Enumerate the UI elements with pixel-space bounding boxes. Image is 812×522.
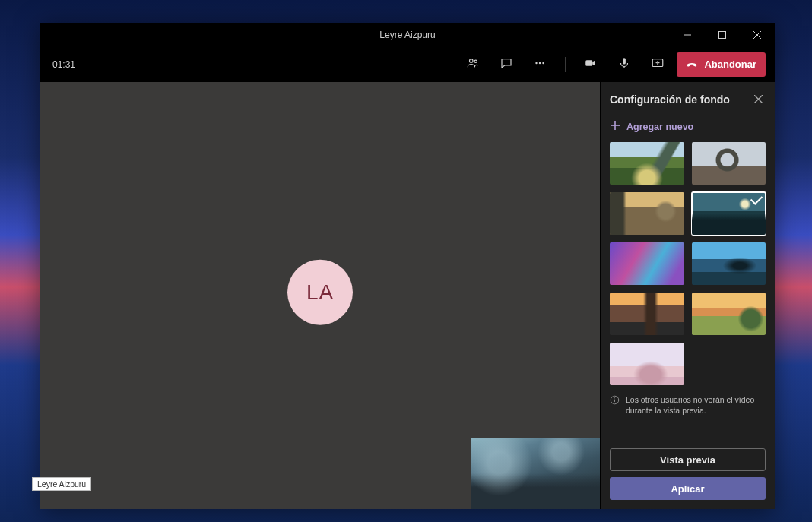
camera-icon xyxy=(584,56,598,73)
background-option[interactable] xyxy=(692,142,766,185)
more-actions-button[interactable] xyxy=(527,52,553,78)
participant-name-tooltip: Leyre Aizpuru xyxy=(32,477,91,491)
people-icon xyxy=(466,56,480,73)
share-screen-button[interactable] xyxy=(645,52,671,78)
window-controls xyxy=(670,23,775,47)
video-stage: LA xyxy=(40,82,600,509)
body-area: LA Configuración de fondo Agregar xyxy=(40,82,775,509)
background-option[interactable] xyxy=(610,192,684,235)
call-duration: 01:31 xyxy=(52,59,75,70)
apply-button[interactable]: Aplicar xyxy=(610,477,766,500)
background-option[interactable] xyxy=(610,142,684,185)
leave-call-button[interactable]: Abandonar xyxy=(677,52,766,77)
minimize-button[interactable] xyxy=(670,23,705,47)
apply-button-label: Aplicar xyxy=(671,483,704,495)
preview-button[interactable]: Vista previa xyxy=(610,448,766,471)
background-option[interactable] xyxy=(692,293,766,335)
close-panel-button[interactable] xyxy=(750,92,766,107)
panel-footer: Vista previa Aplicar xyxy=(601,445,775,509)
add-new-label: Agregar nuevo xyxy=(626,122,693,132)
svg-rect-10 xyxy=(623,58,626,64)
preview-info-text: Los otros usuarios no verán el vídeo dur… xyxy=(626,394,766,416)
titlebar: Leyre Aizpuru xyxy=(40,23,775,47)
plus-icon xyxy=(610,120,620,133)
svg-point-4 xyxy=(470,59,474,62)
add-new-background-button[interactable]: Agregar nuevo xyxy=(610,117,766,142)
tooltip-text: Leyre Aizpuru xyxy=(37,479,86,489)
background-option[interactable] xyxy=(692,242,766,285)
svg-point-5 xyxy=(474,60,477,62)
maximize-button[interactable] xyxy=(705,23,740,47)
mic-icon xyxy=(617,56,631,73)
svg-point-7 xyxy=(539,62,541,63)
toolbar-separator xyxy=(565,57,566,72)
hangup-icon xyxy=(686,57,698,71)
info-icon xyxy=(610,394,620,416)
leave-call-label: Abandonar xyxy=(704,59,756,70)
app-window: Leyre Aizpuru 01:31 xyxy=(40,23,775,509)
self-preview-thumbnail[interactable] xyxy=(471,438,600,509)
panel-title: Configuración de fondo xyxy=(610,93,730,106)
background-option[interactable] xyxy=(610,293,684,335)
chat-icon xyxy=(500,56,513,73)
panel-body[interactable]: Agregar nuevo Los otros usuarios no verá… xyxy=(601,117,775,445)
people-button[interactable] xyxy=(460,52,486,78)
background-settings-panel: Configuración de fondo Agregar nuevo xyxy=(600,82,775,509)
svg-point-6 xyxy=(536,62,538,63)
avatar-initials: LA xyxy=(306,280,334,305)
call-toolbar: 01:31 xyxy=(40,47,775,82)
close-button[interactable] xyxy=(740,23,775,47)
background-option[interactable] xyxy=(610,242,684,285)
panel-header: Configuración de fondo xyxy=(601,82,775,117)
preview-button-label: Vista previa xyxy=(660,454,715,466)
svg-rect-9 xyxy=(586,60,593,66)
share-screen-icon xyxy=(651,56,665,73)
svg-point-19 xyxy=(614,397,615,398)
svg-point-8 xyxy=(543,62,544,63)
close-icon xyxy=(754,93,763,106)
window-title: Leyre Aizpuru xyxy=(379,30,435,40)
more-icon xyxy=(533,56,547,73)
participant-avatar: LA xyxy=(287,260,353,325)
camera-button[interactable] xyxy=(578,52,604,78)
chat-button[interactable] xyxy=(493,52,519,78)
preview-info-row: Los otros usuarios no verán el vídeo dur… xyxy=(610,385,766,423)
background-grid xyxy=(610,142,766,385)
mic-button[interactable] xyxy=(611,52,637,78)
background-option[interactable] xyxy=(692,192,766,235)
background-option[interactable] xyxy=(610,343,684,385)
toolbar-icons xyxy=(460,52,671,78)
svg-rect-1 xyxy=(719,32,726,39)
